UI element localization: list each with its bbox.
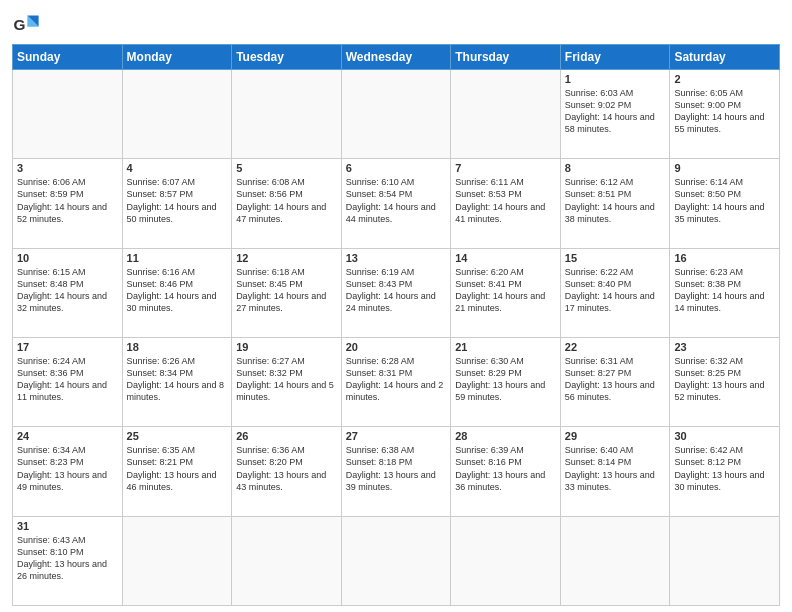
day-number: 8 — [565, 162, 666, 174]
calendar-week-row: 24Sunrise: 6:34 AM Sunset: 8:23 PM Dayli… — [13, 427, 780, 516]
day-info: Sunrise: 6:16 AM Sunset: 8:46 PM Dayligh… — [127, 266, 228, 315]
calendar-cell: 12Sunrise: 6:18 AM Sunset: 8:45 PM Dayli… — [232, 248, 342, 337]
day-number: 3 — [17, 162, 118, 174]
day-number: 16 — [674, 252, 775, 264]
weekday-header-friday: Friday — [560, 45, 670, 70]
calendar-cell: 27Sunrise: 6:38 AM Sunset: 8:18 PM Dayli… — [341, 427, 451, 516]
day-number: 26 — [236, 430, 337, 442]
calendar-cell: 28Sunrise: 6:39 AM Sunset: 8:16 PM Dayli… — [451, 427, 561, 516]
day-number: 14 — [455, 252, 556, 264]
day-info: Sunrise: 6:18 AM Sunset: 8:45 PM Dayligh… — [236, 266, 337, 315]
calendar-cell: 13Sunrise: 6:19 AM Sunset: 8:43 PM Dayli… — [341, 248, 451, 337]
day-info: Sunrise: 6:34 AM Sunset: 8:23 PM Dayligh… — [17, 444, 118, 493]
calendar-cell: 17Sunrise: 6:24 AM Sunset: 8:36 PM Dayli… — [13, 337, 123, 426]
calendar-table: SundayMondayTuesdayWednesdayThursdayFrid… — [12, 44, 780, 606]
day-number: 4 — [127, 162, 228, 174]
calendar-cell: 23Sunrise: 6:32 AM Sunset: 8:25 PM Dayli… — [670, 337, 780, 426]
calendar-cell — [341, 70, 451, 159]
calendar-cell: 14Sunrise: 6:20 AM Sunset: 8:41 PM Dayli… — [451, 248, 561, 337]
calendar-cell — [560, 516, 670, 605]
day-number: 11 — [127, 252, 228, 264]
logo: G — [12, 10, 44, 38]
calendar-week-row: 31Sunrise: 6:43 AM Sunset: 8:10 PM Dayli… — [13, 516, 780, 605]
day-number: 13 — [346, 252, 447, 264]
calendar-cell: 22Sunrise: 6:31 AM Sunset: 8:27 PM Dayli… — [560, 337, 670, 426]
calendar-cell: 2Sunrise: 6:05 AM Sunset: 9:00 PM Daylig… — [670, 70, 780, 159]
calendar-cell — [232, 516, 342, 605]
day-info: Sunrise: 6:32 AM Sunset: 8:25 PM Dayligh… — [674, 355, 775, 404]
calendar-cell: 25Sunrise: 6:35 AM Sunset: 8:21 PM Dayli… — [122, 427, 232, 516]
day-number: 25 — [127, 430, 228, 442]
calendar-cell: 31Sunrise: 6:43 AM Sunset: 8:10 PM Dayli… — [13, 516, 123, 605]
day-info: Sunrise: 6:06 AM Sunset: 8:59 PM Dayligh… — [17, 176, 118, 225]
calendar-cell: 6Sunrise: 6:10 AM Sunset: 8:54 PM Daylig… — [341, 159, 451, 248]
day-number: 5 — [236, 162, 337, 174]
day-info: Sunrise: 6:38 AM Sunset: 8:18 PM Dayligh… — [346, 444, 447, 493]
calendar-cell — [451, 70, 561, 159]
calendar-cell: 1Sunrise: 6:03 AM Sunset: 9:02 PM Daylig… — [560, 70, 670, 159]
day-number: 1 — [565, 73, 666, 85]
calendar-cell: 3Sunrise: 6:06 AM Sunset: 8:59 PM Daylig… — [13, 159, 123, 248]
day-number: 24 — [17, 430, 118, 442]
page: G SundayMondayTuesdayWednesdayThursdayFr… — [0, 0, 792, 612]
day-info: Sunrise: 6:30 AM Sunset: 8:29 PM Dayligh… — [455, 355, 556, 404]
day-number: 29 — [565, 430, 666, 442]
calendar-cell — [122, 70, 232, 159]
calendar-cell: 7Sunrise: 6:11 AM Sunset: 8:53 PM Daylig… — [451, 159, 561, 248]
day-info: Sunrise: 6:19 AM Sunset: 8:43 PM Dayligh… — [346, 266, 447, 315]
calendar-cell: 18Sunrise: 6:26 AM Sunset: 8:34 PM Dayli… — [122, 337, 232, 426]
svg-text:G: G — [13, 16, 25, 33]
day-info: Sunrise: 6:11 AM Sunset: 8:53 PM Dayligh… — [455, 176, 556, 225]
day-info: Sunrise: 6:10 AM Sunset: 8:54 PM Dayligh… — [346, 176, 447, 225]
calendar-cell: 11Sunrise: 6:16 AM Sunset: 8:46 PM Dayli… — [122, 248, 232, 337]
day-number: 31 — [17, 520, 118, 532]
calendar-cell: 4Sunrise: 6:07 AM Sunset: 8:57 PM Daylig… — [122, 159, 232, 248]
calendar-week-row: 1Sunrise: 6:03 AM Sunset: 9:02 PM Daylig… — [13, 70, 780, 159]
calendar-cell: 16Sunrise: 6:23 AM Sunset: 8:38 PM Dayli… — [670, 248, 780, 337]
day-number: 6 — [346, 162, 447, 174]
calendar-cell — [122, 516, 232, 605]
day-number: 27 — [346, 430, 447, 442]
day-number: 21 — [455, 341, 556, 353]
calendar-cell — [451, 516, 561, 605]
day-info: Sunrise: 6:36 AM Sunset: 8:20 PM Dayligh… — [236, 444, 337, 493]
calendar-week-row: 17Sunrise: 6:24 AM Sunset: 8:36 PM Dayli… — [13, 337, 780, 426]
day-number: 12 — [236, 252, 337, 264]
calendar-cell: 15Sunrise: 6:22 AM Sunset: 8:40 PM Dayli… — [560, 248, 670, 337]
day-number: 23 — [674, 341, 775, 353]
day-info: Sunrise: 6:27 AM Sunset: 8:32 PM Dayligh… — [236, 355, 337, 404]
calendar-cell: 9Sunrise: 6:14 AM Sunset: 8:50 PM Daylig… — [670, 159, 780, 248]
calendar-week-row: 3Sunrise: 6:06 AM Sunset: 8:59 PM Daylig… — [13, 159, 780, 248]
day-number: 20 — [346, 341, 447, 353]
calendar-cell — [13, 70, 123, 159]
day-info: Sunrise: 6:40 AM Sunset: 8:14 PM Dayligh… — [565, 444, 666, 493]
day-number: 7 — [455, 162, 556, 174]
day-number: 22 — [565, 341, 666, 353]
day-info: Sunrise: 6:23 AM Sunset: 8:38 PM Dayligh… — [674, 266, 775, 315]
calendar-cell: 8Sunrise: 6:12 AM Sunset: 8:51 PM Daylig… — [560, 159, 670, 248]
calendar-cell: 26Sunrise: 6:36 AM Sunset: 8:20 PM Dayli… — [232, 427, 342, 516]
day-number: 28 — [455, 430, 556, 442]
calendar-cell: 20Sunrise: 6:28 AM Sunset: 8:31 PM Dayli… — [341, 337, 451, 426]
day-info: Sunrise: 6:08 AM Sunset: 8:56 PM Dayligh… — [236, 176, 337, 225]
weekday-header-tuesday: Tuesday — [232, 45, 342, 70]
calendar-cell: 21Sunrise: 6:30 AM Sunset: 8:29 PM Dayli… — [451, 337, 561, 426]
weekday-header-wednesday: Wednesday — [341, 45, 451, 70]
calendar-cell — [232, 70, 342, 159]
day-info: Sunrise: 6:31 AM Sunset: 8:27 PM Dayligh… — [565, 355, 666, 404]
calendar-cell: 5Sunrise: 6:08 AM Sunset: 8:56 PM Daylig… — [232, 159, 342, 248]
day-number: 18 — [127, 341, 228, 353]
calendar-cell — [670, 516, 780, 605]
weekday-header-sunday: Sunday — [13, 45, 123, 70]
day-number: 15 — [565, 252, 666, 264]
day-info: Sunrise: 6:05 AM Sunset: 9:00 PM Dayligh… — [674, 87, 775, 136]
calendar-cell: 30Sunrise: 6:42 AM Sunset: 8:12 PM Dayli… — [670, 427, 780, 516]
calendar-cell — [341, 516, 451, 605]
day-info: Sunrise: 6:39 AM Sunset: 8:16 PM Dayligh… — [455, 444, 556, 493]
calendar-cell: 29Sunrise: 6:40 AM Sunset: 8:14 PM Dayli… — [560, 427, 670, 516]
day-info: Sunrise: 6:14 AM Sunset: 8:50 PM Dayligh… — [674, 176, 775, 225]
calendar-cell: 10Sunrise: 6:15 AM Sunset: 8:48 PM Dayli… — [13, 248, 123, 337]
day-info: Sunrise: 6:22 AM Sunset: 8:40 PM Dayligh… — [565, 266, 666, 315]
day-info: Sunrise: 6:35 AM Sunset: 8:21 PM Dayligh… — [127, 444, 228, 493]
calendar-week-row: 10Sunrise: 6:15 AM Sunset: 8:48 PM Dayli… — [13, 248, 780, 337]
